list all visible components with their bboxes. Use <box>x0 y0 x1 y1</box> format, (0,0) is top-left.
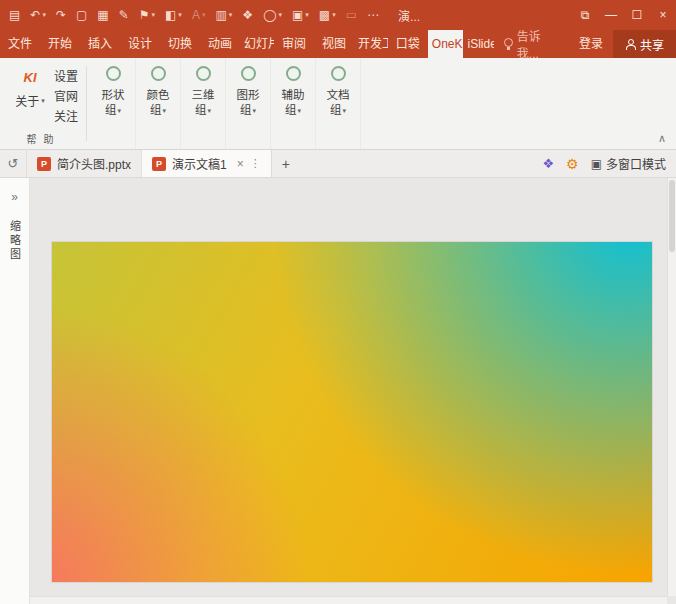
tab-home[interactable]: 开始 <box>40 30 80 58</box>
caret-icon: ▾ <box>278 11 282 19</box>
assist-group-button[interactable]: 辅助 组▾ <box>271 58 316 149</box>
theme-colors-button[interactable]: ▩▾ <box>314 0 341 30</box>
skin-button[interactable]: ❖ <box>542 156 554 171</box>
fullscreen-button[interactable]: ⧉ <box>572 0 598 30</box>
vertical-scrollbar[interactable] <box>667 178 676 596</box>
multi-window-button[interactable]: ▣ 多窗口模式 <box>591 155 666 172</box>
app-window: ▤ ↶▾ ↷ ▢ ▦ ✎ ⚑▾ ◧▾ A▾ ▥▾ ❖ ◯▾ ▣▾ ▩▾ ▭ ⋯ … <box>0 0 676 604</box>
close-tab-button[interactable]: × <box>237 157 244 171</box>
minimize-icon: — <box>605 8 617 22</box>
ribbon-tab-bar: 文件 开始 插入 设计 切换 动画 幻灯片 审阅 视图 开发工具 口袋 OneK… <box>0 30 676 58</box>
quick-access-toolbar: ▤ ↶▾ ↷ ▢ ▦ ✎ ⚑▾ ◧▾ A▾ ▥▾ ❖ ◯▾ ▣▾ ▩▾ ▭ ⋯ <box>4 0 384 30</box>
redo-button[interactable]: ↷ <box>51 0 71 30</box>
threed-group-label: 三维 <box>192 88 215 103</box>
pane-vertical-label: 缩略图 <box>7 220 23 262</box>
colors-group-icon <box>151 66 166 81</box>
graphics-group-icon <box>241 66 256 81</box>
caret-icon: ▾ <box>202 11 206 19</box>
doc-tab-active[interactable]: P 演示文稿1 × ⋮ <box>141 150 272 177</box>
tab-transition[interactable]: 切换 <box>160 30 200 58</box>
settings-link[interactable]: 设置 <box>54 67 78 87</box>
tab-design[interactable]: 设计 <box>120 30 160 58</box>
slide-sorter-button[interactable]: ▦ <box>92 0 113 30</box>
fill-color-button[interactable]: ◧▾ <box>160 0 187 30</box>
shapes-group-button[interactable]: 形状 组▾ <box>91 58 136 149</box>
shape-icon: ◯ <box>263 8 276 22</box>
follow-link[interactable]: 关注 <box>54 107 78 127</box>
tab-file[interactable]: 文件 <box>0 30 40 58</box>
tab-menu-button[interactable]: ⋮ <box>250 157 261 170</box>
group-label-help: 帮 助 <box>0 131 82 146</box>
tab-view[interactable]: 视图 <box>314 30 354 58</box>
format-brush-button[interactable]: ❖ <box>237 0 258 30</box>
print-icon: ▭ <box>346 8 357 22</box>
website-link[interactable]: 官网 <box>54 87 78 107</box>
graphics-group-button[interactable]: 图形 组▾ <box>226 58 271 149</box>
window-title: 演... <box>398 7 420 24</box>
tab-pocket[interactable]: 口袋 <box>388 30 428 58</box>
slide-sorter-icon: ▦ <box>97 8 108 22</box>
settings-button[interactable]: ⚙ <box>566 156 579 172</box>
document-tab-bar: ↺ P 简介头图.pptx P 演示文稿1 × ⋮ + ❖ ⚙ ▣ 多窗口模式 <box>0 150 676 178</box>
tab-slideshow[interactable]: 幻灯片 <box>240 30 274 58</box>
shapes-group-icon <box>106 66 121 81</box>
history-button[interactable]: ↺ <box>0 156 26 171</box>
assist-group-icon <box>286 66 301 81</box>
flag-button[interactable]: ⚑▾ <box>134 0 160 30</box>
document-group-button[interactable]: 文档 组▾ <box>316 58 361 149</box>
doc-tab-intro[interactable]: P 简介头图.pptx <box>26 150 141 177</box>
login-button[interactable]: 登录 <box>569 30 613 58</box>
person-icon <box>625 39 635 50</box>
window-icon: ▣ <box>292 8 303 22</box>
format-brush-icon: ❖ <box>242 8 253 22</box>
tab-animation[interactable]: 动画 <box>200 30 240 58</box>
onekey-logo-icon[interactable]: KI <box>18 66 42 88</box>
theme-colors-icon: ▩ <box>319 8 330 22</box>
docbar-right-tools: ❖ ⚙ ▣ 多窗口模式 <box>542 155 676 172</box>
undo-button[interactable]: ↶▾ <box>25 0 51 30</box>
separator <box>86 66 87 141</box>
shape-button[interactable]: ◯▾ <box>258 0 287 30</box>
caret-icon: ▾ <box>118 103 122 118</box>
caret-icon: ▾ <box>332 11 336 19</box>
new-tab-button[interactable]: + <box>272 156 300 172</box>
font-color-button: A▾ <box>187 0 211 30</box>
maximize-button[interactable]: ☐ <box>624 0 650 30</box>
caret-icon: ▾ <box>152 11 156 19</box>
about-label: 关于 <box>15 92 39 109</box>
tab-insert[interactable]: 插入 <box>80 30 120 58</box>
window-button[interactable]: ▣▾ <box>287 0 314 30</box>
skin-icon: ❖ <box>542 156 554 171</box>
expand-pane-button[interactable]: » <box>11 190 18 204</box>
caret-icon: ▾ <box>42 11 46 19</box>
threed-group-button[interactable]: 三维 组▾ <box>181 58 226 149</box>
horizontal-scrollbar[interactable] <box>30 596 667 604</box>
doc-tab-label: 简介头图.pptx <box>57 155 131 172</box>
tellme-label: 告诉我... <box>517 27 559 61</box>
scrollbar-thumb[interactable] <box>669 180 675 252</box>
close-icon: × <box>659 8 666 22</box>
flag-icon: ⚑ <box>139 8 150 22</box>
pen-icon: ✎ <box>119 8 129 22</box>
about-button[interactable]: 关于▾ <box>15 92 45 109</box>
paste-button[interactable]: ▥▾ <box>210 0 237 30</box>
ppt-file-icon: P <box>37 157 51 171</box>
lightbulb-icon <box>504 38 512 50</box>
multi-window-label: 多窗口模式 <box>606 155 666 172</box>
slide-canvas[interactable] <box>52 242 652 582</box>
share-button[interactable]: 共享 <box>613 30 676 58</box>
tab-onekey[interactable]: OneKEY <box>428 30 464 58</box>
minimize-button[interactable]: — <box>598 0 624 30</box>
tellme-box[interactable]: 告诉我... <box>494 30 569 58</box>
multi-window-icon: ▣ <box>591 157 602 171</box>
tab-islide[interactable]: iSlide <box>463 30 493 58</box>
more-button[interactable]: ⋯ <box>362 0 384 30</box>
colors-group-button[interactable]: 颜色 组▾ <box>136 58 181 149</box>
collapse-ribbon-button[interactable]: ∧ <box>658 132 666 145</box>
tab-developer[interactable]: 开发工具 <box>354 30 388 58</box>
panel-button[interactable]: ▤ <box>4 0 25 30</box>
new-slide-button[interactable]: ▢ <box>71 0 92 30</box>
close-button[interactable]: × <box>650 0 676 30</box>
pen-button[interactable]: ✎ <box>114 0 134 30</box>
tab-review[interactable]: 审阅 <box>274 30 314 58</box>
